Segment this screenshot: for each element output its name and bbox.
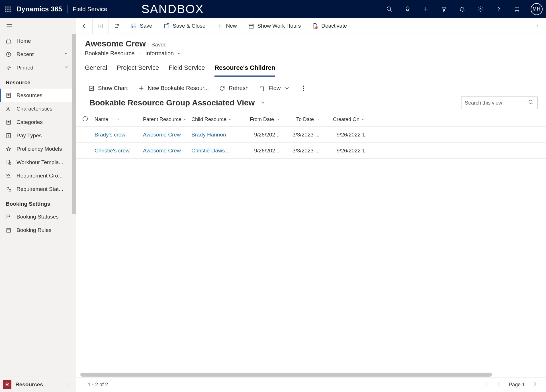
svg-rect-17	[515, 7, 519, 11]
svg-point-33	[9, 174, 10, 175]
app-name[interactable]: Field Service	[73, 6, 107, 13]
show-chart-button[interactable]: Show Chart	[88, 85, 128, 91]
chevron-down-icon	[64, 64, 69, 71]
nav-characteristics[interactable]: Characteristics	[0, 102, 76, 115]
col-name[interactable]: Name	[95, 117, 143, 122]
nav-home[interactable]: Home	[0, 34, 76, 48]
filter-icon[interactable]	[439, 5, 449, 14]
site-map: Home Recent Pinned Resource Resources Ch…	[0, 18, 76, 392]
deactivate-button[interactable]: Deactivate	[306, 18, 353, 34]
product-brand[interactable]: Dynamics 365	[17, 5, 62, 13]
nav-requirement-statuses[interactable]: Requirement Stat...	[0, 182, 76, 196]
bell-icon[interactable]	[458, 5, 467, 14]
deactivate-icon	[312, 23, 318, 29]
nav-booking-rules[interactable]: Booking Rules	[0, 223, 76, 237]
save-close-icon	[163, 23, 170, 29]
search-icon[interactable]	[385, 5, 394, 14]
nav-categories[interactable]: Categories	[0, 115, 76, 129]
view-selector-chevron[interactable]	[260, 99, 266, 107]
save-button[interactable]: Save	[125, 18, 158, 34]
tab-overflow[interactable]	[285, 65, 291, 76]
save-close-label: Save & Close	[173, 23, 205, 29]
chevron-down-icon[interactable]	[177, 51, 182, 56]
form-tabs: General Project Service Field Service Re…	[76, 57, 546, 77]
money-icon	[6, 133, 11, 138]
lightbulb-icon[interactable]	[403, 5, 412, 14]
flow-button[interactable]: Flow	[259, 85, 290, 91]
col-created[interactable]: Created On	[320, 117, 365, 122]
nav-recent[interactable]: Recent	[0, 48, 76, 61]
chevron-down-icon	[64, 51, 69, 58]
new-button[interactable]: New	[211, 18, 242, 34]
table-row[interactable]: Christie's crewAwesome CrewChristie Daws…	[76, 143, 546, 159]
row-parent-link[interactable]: Awesome Crew	[143, 132, 181, 138]
sidebar-scrollbar[interactable]	[72, 34, 76, 214]
nav-proficiency[interactable]: Proficiency Models	[0, 142, 76, 156]
row-name-link[interactable]: Brady's crew	[95, 132, 125, 138]
plus-icon	[138, 85, 144, 91]
assist-icon[interactable]	[512, 5, 522, 14]
save-close-button[interactable]: Save & Close	[158, 18, 211, 34]
grid-horizontal-scrollbar[interactable]	[80, 373, 537, 377]
col-child[interactable]: Child Resource	[191, 117, 240, 122]
refresh-button[interactable]: Refresh	[219, 85, 249, 91]
area-badge: R	[3, 380, 11, 389]
svg-point-67	[303, 88, 304, 89]
section-booking: Booking Settings	[0, 196, 76, 210]
subgrid-view-title[interactable]: Bookable Resource Group Associated View	[89, 98, 255, 107]
nav-requirement-groups[interactable]: Requirement Gro...	[0, 169, 76, 182]
home-icon	[6, 38, 11, 44]
svg-point-71	[83, 117, 88, 121]
resource-icon	[6, 93, 11, 98]
nav-workhour-templates[interactable]: Workhour Templa...	[0, 156, 76, 169]
svg-point-32	[7, 174, 8, 175]
nav-pinned[interactable]: Pinned	[0, 61, 76, 74]
command-overflow[interactable]	[537, 23, 546, 30]
add-icon[interactable]	[421, 5, 430, 14]
open-record-set-button[interactable]	[93, 18, 109, 34]
tab-project-service[interactable]: Project Service	[117, 64, 159, 77]
sitemap-toggle[interactable]	[0, 18, 76, 34]
svg-point-2	[10, 7, 11, 7]
form-selector[interactable]: Information	[145, 50, 174, 57]
select-all[interactable]	[82, 116, 95, 123]
app-launcher-icon[interactable]	[3, 5, 13, 14]
subgrid-overflow[interactable]	[303, 85, 309, 91]
col-from[interactable]: From Date	[240, 117, 280, 122]
nav-resources[interactable]: Resources	[0, 89, 76, 102]
prev-page-button[interactable]	[496, 381, 501, 388]
subgrid-command-bar: Show Chart New Bookable Resour... Refres…	[76, 77, 546, 94]
row-name-link[interactable]: Christie's crew	[95, 148, 130, 154]
help-icon[interactable]	[494, 5, 503, 14]
new-bookable-resource-button[interactable]: New Bookable Resour...	[138, 85, 209, 91]
user-avatar[interactable]: MH	[531, 3, 543, 15]
person-icon	[6, 106, 11, 112]
tab-general[interactable]: General	[85, 64, 107, 77]
row-child-link[interactable]: Brady Hannon	[191, 132, 226, 138]
next-page-button[interactable]	[532, 381, 537, 388]
row-parent-link[interactable]: Awesome Crew	[143, 148, 181, 154]
svg-point-59	[288, 69, 288, 69]
col-parent[interactable]: Parent Resource	[143, 117, 191, 122]
area-switcher[interactable]: R Resources	[0, 377, 76, 392]
tab-resources-children[interactable]: Resource's Children	[214, 64, 275, 77]
nav-paytypes[interactable]: Pay Types	[0, 129, 76, 142]
col-to[interactable]: To Date	[280, 117, 320, 122]
popout-button[interactable]	[109, 18, 125, 34]
table-row[interactable]: Brady's crewAwesome CrewBrady Hannon9/26…	[76, 127, 546, 143]
tab-field-service[interactable]: Field Service	[169, 64, 205, 77]
gear-icon[interactable]	[476, 5, 485, 14]
deactivate-label: Deactivate	[321, 23, 347, 29]
grid-body: Brady's crewAwesome CrewBrady Hannon9/26…	[76, 127, 546, 159]
row-child-link[interactable]: Christie Daws...	[191, 148, 229, 154]
work-hours-button[interactable]: Show Work Hours	[242, 18, 306, 34]
svg-point-55	[537, 25, 538, 25]
back-button[interactable]	[76, 18, 93, 34]
first-page-button[interactable]	[484, 381, 489, 388]
nav-booking-statuses[interactable]: Booking Statuses	[0, 210, 76, 223]
svg-point-35	[7, 187, 9, 189]
svg-rect-44	[133, 24, 135, 25]
search-view-input[interactable]: Search this view	[461, 97, 537, 109]
row-from: 9/26/202...	[240, 148, 280, 154]
nav-pinned-label: Pinned	[17, 65, 33, 71]
